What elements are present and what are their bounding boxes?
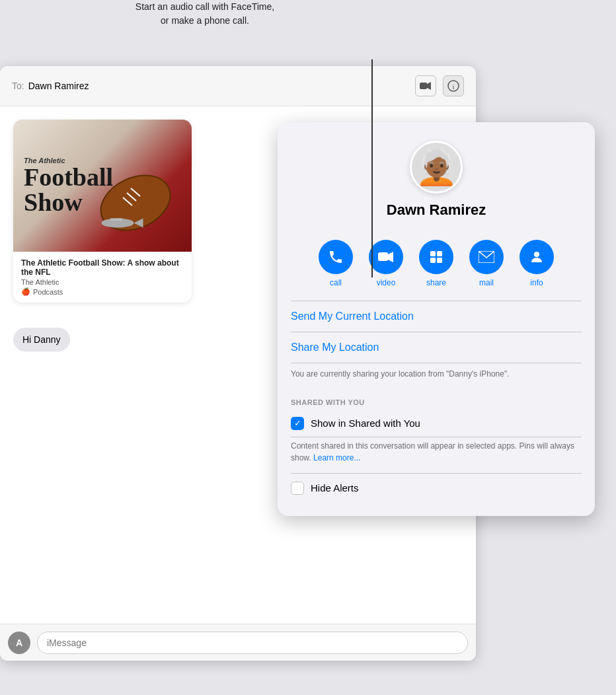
info-circle-icon: i — [447, 80, 459, 92]
show-shared-checkbox[interactable]: ✓ — [291, 417, 304, 430]
share-icon — [428, 249, 444, 265]
share-location-label: Share My Location — [291, 342, 379, 353]
podcast-platform: 🍎 Podcasts — [21, 287, 184, 296]
video-btn-label: video — [377, 278, 396, 287]
podcast-platform-icon: 🍎 — [21, 287, 30, 296]
svg-rect-12 — [378, 252, 388, 261]
mail-btn-label: mail — [479, 278, 494, 287]
share-btn-label: share — [426, 278, 446, 287]
share-location-action[interactable]: Share My Location — [278, 332, 595, 363]
learn-more-link[interactable]: Learn more... — [313, 453, 360, 462]
header-icons: i — [415, 75, 464, 96]
shared-section-header: SHARED WITH YOU — [278, 389, 595, 410]
header-contact-name: Dawn Ramirez — [28, 81, 89, 91]
svg-rect-14 — [430, 251, 436, 256]
podcast-title-line2: Show — [24, 188, 83, 216]
show-shared-label: Show in Shared with You — [311, 418, 420, 429]
send-location-label: Send My Current Location — [291, 311, 414, 322]
info-icon-circle — [520, 240, 554, 274]
svg-point-19 — [534, 252, 539, 257]
svg-rect-11 — [111, 219, 123, 221]
video-icon-circle — [369, 240, 403, 274]
football-svg — [86, 150, 185, 236]
avatar: 🧑🏾‍🦳 — [410, 141, 463, 194]
podcast-football-visual — [86, 150, 185, 238]
person-icon — [529, 249, 545, 265]
phone-icon — [328, 249, 344, 265]
avatar-emoji: 🧑🏾‍🦳 — [415, 150, 458, 184]
tooltip-line — [371, 59, 373, 277]
video-call-button[interactable] — [415, 75, 436, 96]
tooltip-text: Start an audio call with FaceTime, or ma… — [135, 1, 274, 26]
podcast-image: The Athletic Football Show — [13, 120, 192, 252]
hide-alerts-checkbox[interactable] — [291, 482, 304, 495]
shared-content-note: Content shared in this conversation will… — [278, 437, 595, 473]
app-icon-button[interactable]: A — [8, 632, 30, 654]
info-btn-label: info — [530, 278, 543, 287]
share-icon-circle — [419, 240, 453, 274]
mail-icon-circle — [469, 240, 504, 274]
svg-text:i: i — [452, 83, 454, 91]
messages-header: To: Dawn Ramirez i — [0, 66, 476, 106]
svg-rect-0 — [420, 83, 427, 89]
share-action-btn[interactable]: share — [419, 240, 453, 287]
podcast-platform-label: Podcasts — [33, 288, 63, 296]
call-btn-label: call — [330, 278, 342, 287]
call-icon-circle — [319, 240, 353, 274]
action-buttons-row: call video share — [278, 240, 595, 301]
location-note: You are currently sharing your location … — [278, 363, 595, 389]
video-action-icon — [378, 251, 394, 263]
info-panel: 🧑🏾‍🦳 Dawn Ramirez call video — [278, 122, 595, 516]
podcast-author: The Athletic — [21, 278, 184, 286]
info-panel-header: 🧑🏾‍🦳 Dawn Ramirez — [278, 122, 595, 240]
svg-rect-16 — [430, 258, 436, 263]
video-action-btn[interactable]: video — [369, 240, 403, 287]
imessage-input[interactable] — [37, 632, 468, 654]
show-shared-row: ✓ Show in Shared with You — [278, 410, 595, 437]
info-action-btn[interactable]: info — [520, 240, 554, 287]
mail-icon — [479, 251, 494, 263]
app-icon-label: A — [16, 638, 22, 648]
tooltip-callout: Start an audio call with FaceTime, or ma… — [132, 0, 278, 28]
message-bubble: Hi Danny — [13, 328, 70, 351]
hide-alerts-row: Hide Alerts — [278, 474, 595, 503]
hide-alerts-label: Hide Alerts — [311, 482, 359, 494]
svg-rect-17 — [437, 258, 442, 263]
info-panel-contact-name: Dawn Ramirez — [387, 201, 486, 219]
svg-marker-1 — [427, 82, 431, 90]
podcast-info: The Athletic Football Show: A show about… — [13, 252, 192, 303]
video-icon — [420, 81, 432, 91]
mail-action-btn[interactable]: mail — [469, 240, 504, 287]
call-action-btn[interactable]: call — [319, 240, 353, 287]
header-to-section: To: Dawn Ramirez — [12, 81, 89, 91]
to-label: To: — [12, 81, 24, 91]
podcast-card: The Athletic Football Show — [13, 120, 192, 303]
svg-rect-15 — [437, 251, 442, 256]
svg-marker-13 — [388, 252, 393, 262]
messages-input-bar: A — [0, 624, 476, 661]
podcast-description: The Athletic Football Show: A show about… — [21, 258, 184, 277]
send-location-action[interactable]: Send My Current Location — [278, 301, 595, 332]
info-button[interactable]: i — [443, 75, 464, 96]
